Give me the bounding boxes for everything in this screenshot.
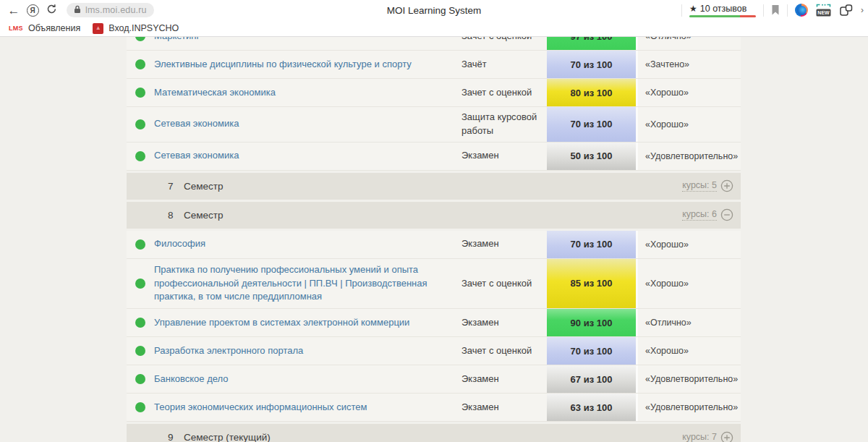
- exam-type: Экзамен: [461, 145, 547, 166]
- status-dot-cell: [127, 279, 154, 289]
- score-cell: 80 из 100: [547, 79, 638, 106]
- score-cell: 63 из 100: [547, 394, 638, 421]
- semester-courses: курсы: 5: [682, 179, 733, 192]
- panel-toggle-icon[interactable]: ›: [861, 5, 868, 15]
- course-link[interactable]: Маркетинг: [154, 37, 461, 47]
- courses-toggle-link[interactable]: курсы: 5: [682, 180, 717, 192]
- score-cell: 97 из 100: [547, 37, 638, 50]
- semester-label: Семестр (текущий): [184, 432, 271, 442]
- course-link[interactable]: Сетевая экономика: [154, 113, 461, 135]
- semester-row[interactable]: 9Семестр (текущий)курсы: 7: [127, 424, 741, 442]
- status-dot-icon: [135, 37, 145, 41]
- status-dot-cell: [127, 239, 154, 250]
- semester-courses: курсы: 6: [682, 208, 733, 221]
- status-dot-cell: [127, 346, 154, 356]
- toolbar-divider: [681, 4, 682, 17]
- grade-text: «Хорошо»: [638, 346, 741, 356]
- back-button[interactable]: ←: [4, 1, 23, 19]
- bookmark-inpsycho[interactable]: ▲ Вход.INPSYCHO: [90, 23, 182, 34]
- grade-text: «Удовлетворительно»: [638, 374, 741, 384]
- exam-type: Экзамен: [461, 369, 547, 390]
- status-dot-icon: [135, 239, 145, 250]
- table-row-course: Элективные дисциплины по физической куль…: [127, 51, 741, 79]
- semester-row[interactable]: 7Семестркурсы: 5: [127, 173, 741, 200]
- grade-text: «Хорошо»: [638, 119, 741, 129]
- course-link[interactable]: Разработка электронного портала: [154, 340, 461, 362]
- grade-text: «Отлично»: [638, 318, 741, 328]
- circle-plus-icon[interactable]: [720, 179, 733, 192]
- collections-icon: [839, 4, 854, 17]
- lock-icon: [74, 4, 81, 17]
- course-link[interactable]: Практика по получению профессиональных у…: [154, 259, 461, 309]
- status-dot-cell: [127, 59, 154, 69]
- course-link[interactable]: Управление проектом в системах электронн…: [154, 312, 461, 334]
- collections-button[interactable]: [839, 4, 854, 17]
- yandex-button[interactable]: Я: [23, 1, 42, 19]
- bookmark-label: Вход.INPSYCHO: [109, 23, 179, 33]
- course-link[interactable]: Философия: [154, 233, 461, 255]
- exam-type: Экзамен: [461, 234, 547, 255]
- table-row-course: ФилософияЭкзамен70 из 100«Хорошо»: [127, 231, 741, 259]
- status-dot-cell: [127, 402, 154, 412]
- grades-table: МаркетингЗачет с оценкой97 из 100«Отличн…: [127, 37, 741, 442]
- star-icon: ★: [689, 4, 697, 14]
- rating-bar: [689, 15, 756, 17]
- refresh-button[interactable]: [42, 1, 61, 19]
- bookmark-label: Объявления: [28, 23, 80, 33]
- semester-number: 7: [168, 181, 184, 192]
- table-row-course: Практика по получению профессиональных у…: [127, 259, 741, 310]
- status-dot-icon: [135, 374, 145, 384]
- table-row-course: Сетевая экономикаЭкзамен50 из 100«Удовле…: [127, 143, 741, 171]
- circle-minus-icon[interactable]: [720, 208, 733, 221]
- courses-toggle-link[interactable]: курсы: 6: [682, 209, 717, 221]
- table-row-course: Сетевая экономикаЗащита курсовой работы7…: [127, 107, 741, 143]
- semester-row[interactable]: 8Семестркурсы: 6: [127, 202, 741, 229]
- status-dot-cell: [127, 318, 154, 328]
- circle-plus-icon[interactable]: [720, 431, 733, 442]
- status-dot-cell: [127, 88, 154, 98]
- status-dot-icon: [135, 279, 145, 289]
- grade-text: «Удовлетворительно»: [638, 402, 741, 412]
- grade-text: «Удовлетворительно»: [638, 151, 741, 161]
- new-badge-icon: NEW: [815, 3, 832, 17]
- course-link[interactable]: Сетевая экономика: [154, 145, 461, 167]
- status-dot-icon: [135, 59, 145, 69]
- course-link[interactable]: Банковское дело: [154, 368, 461, 391]
- site-rating[interactable]: ★ 10 отзывов: [689, 4, 756, 17]
- score-cell: 70 из 100: [547, 337, 638, 365]
- extension-globe-icon[interactable]: [795, 4, 808, 17]
- status-dot-icon: [135, 119, 145, 129]
- semester-number: 8: [168, 210, 184, 221]
- course-link[interactable]: Элективные дисциплины по физической куль…: [154, 54, 461, 76]
- reviews-count: 10 отзывов: [700, 4, 747, 14]
- bookmarks-bar: LMS Объявления ▲ Вход.INPSYCHO: [0, 20, 868, 37]
- status-dot-icon: [135, 402, 145, 412]
- status-dot-icon: [135, 346, 145, 356]
- score-cell: 50 из 100: [547, 143, 638, 170]
- courses-toggle-link[interactable]: курсы: 7: [682, 432, 717, 442]
- exam-type: Зачёт: [461, 54, 547, 75]
- address-bar[interactable]: lms.moi.edu.ru: [67, 3, 154, 17]
- screenshot-new-button[interactable]: NEW: [815, 3, 832, 17]
- back-icon: ←: [8, 4, 20, 17]
- table-row-course: Банковское делоЭкзамен67 из 100«Удовлетв…: [127, 365, 741, 394]
- bookmark-flag-button[interactable]: [771, 4, 780, 16]
- toolbar-divider: [763, 4, 764, 17]
- refresh-icon: [46, 4, 57, 17]
- status-dot-cell: [127, 119, 154, 129]
- svg-text:NEW: NEW: [817, 10, 830, 15]
- yandex-icon: Я: [27, 4, 39, 17]
- bookmark-lms[interactable]: LMS Объявления: [6, 23, 83, 33]
- exam-type: Зачет с оценкой: [461, 82, 547, 103]
- exam-type: Зачет с оценкой: [461, 273, 547, 294]
- score-cell: 67 из 100: [547, 365, 638, 393]
- url-text: lms.moi.edu.ru: [85, 5, 147, 15]
- semester-number: 9: [168, 432, 184, 442]
- table-row-course: Разработка электронного порталаЗачет с о…: [127, 337, 741, 365]
- exam-type: Зачет с оценкой: [461, 341, 547, 362]
- course-link[interactable]: Математическая экономика: [154, 82, 461, 104]
- table-row-course: МаркетингЗачет с оценкой97 из 100«Отличн…: [127, 37, 741, 51]
- course-link[interactable]: Теория экономических информационных сист…: [154, 396, 461, 419]
- exam-type: Экзамен: [461, 313, 547, 333]
- score-cell: 70 из 100: [547, 51, 638, 78]
